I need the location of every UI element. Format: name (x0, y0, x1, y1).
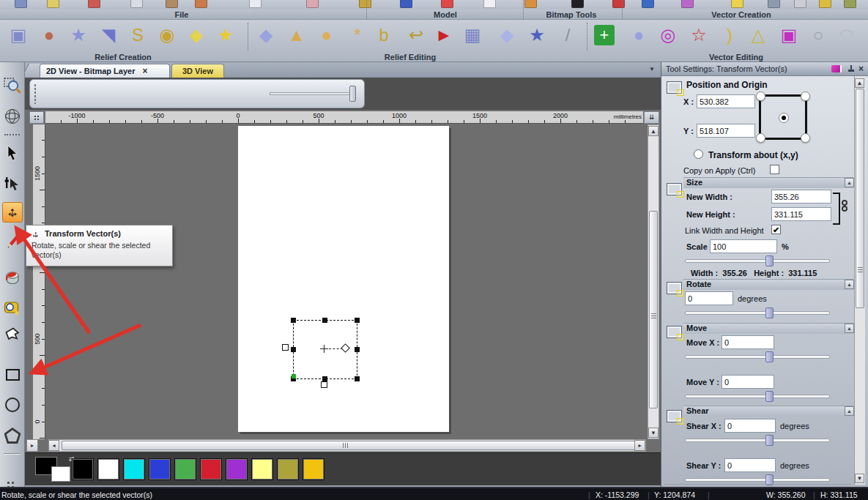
u-turn-arrow-icon[interactable]: ↩ (404, 23, 429, 48)
shear-section-header[interactable]: Shear (683, 406, 853, 417)
nested-squares-icon[interactable]: ▣ (776, 23, 801, 48)
panel-close-icon[interactable]: × (858, 64, 864, 74)
selection-handle-tm[interactable] (322, 318, 327, 323)
toolbar-icon[interactable] (642, 0, 654, 8)
toolbar-icon[interactable] (483, 0, 496, 8)
copy-on-apply-checkbox[interactable] (770, 165, 779, 174)
selection-handle-ml[interactable] (291, 347, 296, 352)
cone-relief-icon[interactable]: ▲ (284, 23, 309, 48)
carve-knife-icon[interactable]: / (555, 23, 580, 48)
toolbar-icon[interactable] (47, 0, 59, 8)
rotate-collapse-button[interactable]: ▲ (845, 280, 854, 289)
palette-colour-swatch[interactable] (200, 458, 222, 480)
secondary-colour-swatch[interactable] (51, 466, 70, 482)
help-book-icon[interactable] (831, 65, 842, 72)
move-section-header[interactable]: Move (683, 323, 853, 334)
scale-slider[interactable] (685, 255, 830, 266)
origin-corner-tr[interactable] (801, 92, 810, 101)
tab-2d-view[interactable]: 2D View - Bitmap Layer × (40, 64, 170, 78)
pane-toggle-button[interactable]: ▸ (26, 439, 38, 452)
rotate-section-header[interactable]: Rotate (683, 279, 853, 290)
palette-colour-swatch[interactable] (277, 458, 299, 480)
move-x-slider-thumb[interactable] (765, 351, 774, 362)
scroll-down-arrow-icon[interactable]: ▼ (648, 428, 659, 438)
toolbar-icon[interactable] (571, 0, 584, 8)
shear-y-input[interactable] (724, 458, 776, 472)
zoom-slider-thumb[interactable] (349, 86, 356, 102)
move-x-slider[interactable] (685, 351, 830, 362)
selection-handle-mr[interactable] (355, 347, 360, 352)
toolbar-icon[interactable] (195, 0, 207, 8)
move-y-slider-thumb[interactable] (765, 391, 774, 402)
stacked-sheets-icon[interactable]: ◆ (184, 23, 209, 48)
toolbar-icon[interactable] (359, 0, 371, 8)
zoom-slider-track[interactable] (270, 92, 356, 95)
pin-icon[interactable] (847, 65, 855, 73)
toolbar-icon[interactable] (612, 0, 625, 8)
x-position-input[interactable] (697, 94, 755, 108)
selection-handle-bm[interactable] (322, 376, 327, 381)
folded-star-icon[interactable]: ★ (213, 23, 238, 48)
shear-collapse-button[interactable]: ▲ (845, 406, 854, 416)
rotate-slider-thumb[interactable] (765, 307, 774, 318)
star-dome-icon[interactable]: ★ (66, 23, 91, 48)
shear-x-slider[interactable] (685, 435, 830, 446)
toolbar-icon[interactable] (794, 0, 806, 8)
letter-b-emboss-icon[interactable]: b (371, 23, 396, 48)
create-polygon-tool[interactable] (2, 425, 23, 446)
create-rectangle-tool[interactable] (2, 365, 23, 385)
tab-overflow-chevron-icon[interactable]: ▼ (646, 66, 658, 76)
scroll-left-arrow-icon[interactable]: ◂ (48, 440, 59, 451)
toolbar-icon[interactable] (130, 0, 143, 8)
pan-rotate-view-tool[interactable] (2, 106, 23, 127)
origin-center-radio[interactable] (779, 113, 789, 123)
rotate-slider[interactable] (685, 307, 830, 318)
inflate-bag-icon[interactable]: ● (626, 23, 651, 48)
toolbar-icon[interactable] (249, 0, 261, 8)
panel-scrollbar-thumb[interactable] (856, 89, 864, 308)
scale-slider-thumb[interactable] (765, 255, 774, 266)
angled-extrude-icon[interactable]: ◥ (96, 23, 121, 48)
scroll-right-arrow-icon[interactable]: ▸ (634, 440, 645, 451)
overlapping-squares-icon[interactable]: ▣ (6, 23, 31, 48)
toolbar-icon[interactable] (768, 0, 780, 8)
horizontal-scrollbar-thumb[interactable] (62, 441, 642, 450)
transform-about-radio[interactable] (694, 149, 703, 159)
ruler-options-button[interactable]: ⇊ (644, 111, 659, 124)
selection-stretch-handle-bottom[interactable] (321, 381, 327, 388)
zoom-selection-tool[interactable] (2, 75, 23, 96)
arc-arrow-icon[interactable]: ) (717, 23, 742, 48)
tab-close-icon[interactable]: × (142, 66, 147, 76)
y-position-input[interactable] (697, 124, 755, 138)
move-y-slider[interactable] (685, 391, 830, 402)
palette-colour-swatch[interactable] (251, 458, 273, 480)
link-width-height-checkbox[interactable]: ✔ (771, 225, 781, 234)
tab-3d-view[interactable]: 3D View (171, 64, 224, 78)
node-editing-tool[interactable] (2, 173, 23, 194)
selection-handle-br[interactable] (355, 376, 360, 381)
arc-outline-icon[interactable]: ◠ (834, 23, 859, 48)
vertical-scrollbar-thumb[interactable] (649, 211, 658, 408)
mushroom-relief-icon[interactable]: ● (314, 23, 339, 48)
new-height-input[interactable] (771, 207, 831, 221)
tilted-plane-icon[interactable]: ◆ (494, 23, 519, 48)
selection-handle-tl[interactable] (291, 318, 296, 323)
toolbar-icon[interactable] (524, 0, 537, 8)
measure-tool[interactable] (2, 298, 23, 318)
panel-scroll-up-icon[interactable]: ▲ (855, 78, 864, 88)
toolbar-icon[interactable] (681, 0, 694, 8)
scale-input[interactable] (710, 239, 777, 253)
create-ellipse-tool[interactable] (2, 395, 23, 415)
pencil-draw-tool[interactable] (2, 232, 23, 253)
select-vectors-tool[interactable] (2, 143, 23, 164)
letter-s-texture-icon[interactable]: S (125, 23, 150, 48)
new-width-input[interactable] (771, 190, 831, 204)
toolbar-icon[interactable] (166, 0, 178, 8)
toolbar-icon[interactable] (844, 0, 856, 8)
palette-colour-swatch[interactable] (226, 458, 248, 480)
model-page[interactable] (238, 126, 449, 432)
blob-outline-icon[interactable]: ○ (806, 23, 831, 48)
toolbar-icon[interactable] (306, 0, 319, 8)
scroll-up-arrow-icon[interactable]: ▲ (648, 126, 659, 136)
transform-vectors-tool[interactable]: ↔↕ (2, 202, 23, 223)
